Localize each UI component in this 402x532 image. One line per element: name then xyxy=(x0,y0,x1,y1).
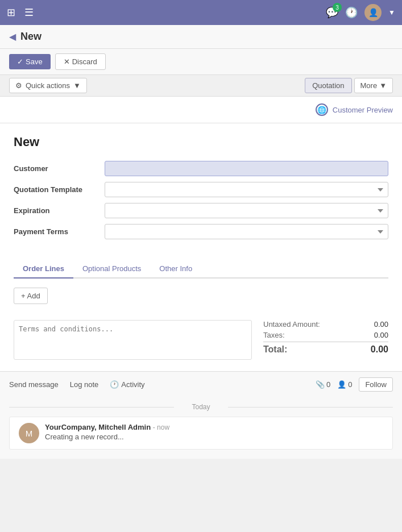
message-item: M YourCompany, Mitchell Admin - now Crea… xyxy=(9,417,393,450)
payment-terms-select[interactable] xyxy=(105,224,388,239)
expiration-label: Expiration xyxy=(14,206,105,215)
discard-x-icon: ✕ xyxy=(64,57,70,66)
actionbar: ✓ Save ✕ Discard xyxy=(0,49,402,75)
page-title: New xyxy=(20,31,42,43)
avatar-dropdown[interactable]: ▼ xyxy=(388,9,395,16)
customer-label: Customer xyxy=(14,164,105,173)
total-row: Total: 0.00 xyxy=(263,342,388,355)
clock-icon[interactable]: 🕐 xyxy=(345,6,358,19)
main-content: 🌐 Customer Preview New Customer Quotatio… xyxy=(0,97,402,371)
customer-row: Customer xyxy=(14,161,388,176)
send-message-label: Send message xyxy=(9,380,59,389)
apps-icon[interactable]: ⊞ xyxy=(7,6,15,19)
taxes-row: Taxes: 0.00 xyxy=(263,331,388,339)
notification-badge: 3 xyxy=(333,3,342,12)
topbar: ⊞ ☰ 💬 3 🕐 👤 ▼ xyxy=(0,0,402,25)
titlebar: ◀ New xyxy=(0,25,402,49)
log-note-label: Log note xyxy=(70,380,99,389)
tab-content-order-lines: + Add xyxy=(0,279,402,313)
person-icon: 👤 xyxy=(337,380,346,389)
more-label: More xyxy=(360,81,378,90)
quotation-template-label: Quotation Template xyxy=(14,185,105,194)
follow-button[interactable]: Follow xyxy=(359,377,393,392)
add-button[interactable]: + Add xyxy=(14,288,48,304)
topbar-left: ⊞ ☰ xyxy=(7,6,34,19)
tab-optional-products[interactable]: Optional Products xyxy=(73,260,150,279)
message-text: Creating a new record... xyxy=(45,433,383,441)
activity-button[interactable]: 🕐 Activity xyxy=(110,380,144,389)
payment-terms-row: Payment Terms xyxy=(14,224,388,239)
quick-actions-button[interactable]: ⚙ Quick actions ▼ xyxy=(9,78,87,93)
save-button[interactable]: ✓ Save xyxy=(9,54,51,69)
activity-label: Activity xyxy=(121,380,144,389)
chatter-bar: Send message Log note 🕐 Activity 📎 0 👤 0… xyxy=(0,371,402,397)
payment-terms-label: Payment Terms xyxy=(14,227,105,236)
timeline-today: Today xyxy=(9,397,393,417)
taxes-value: 0.00 xyxy=(360,331,388,339)
tabs-bar: Order Lines Optional Products Other Info xyxy=(14,260,388,279)
quotation-template-row: Quotation Template xyxy=(14,182,388,197)
message-body: YourCompany, Mitchell Admin - now Creati… xyxy=(45,423,383,443)
gear-icon: ⚙ xyxy=(15,81,22,90)
quick-actions-label: Quick actions xyxy=(26,81,70,90)
total-value: 0.00 xyxy=(360,344,388,355)
terms-textarea[interactable] xyxy=(14,320,252,360)
menu-icon[interactable]: ☰ xyxy=(24,6,34,19)
taxes-label: Taxes: xyxy=(263,331,285,339)
statusbar-left: ⚙ Quick actions ▼ xyxy=(9,78,87,93)
total-label: Total: xyxy=(263,344,287,355)
bottom-section: Untaxed Amount: 0.00 Taxes: 0.00 Total: … xyxy=(0,313,402,371)
form-section: New Customer Quotation Template Expirati… xyxy=(0,123,402,251)
expiration-select[interactable] xyxy=(105,203,388,218)
customer-preview-bar: 🌐 Customer Preview xyxy=(0,97,402,123)
avatar[interactable]: 👤 xyxy=(364,4,382,21)
discard-label: Discard xyxy=(72,57,97,66)
untaxed-value: 0.00 xyxy=(360,320,388,329)
chatter-right: 📎 0 👤 0 Follow xyxy=(316,377,393,392)
untaxed-label: Untaxed Amount: xyxy=(263,320,320,329)
statusbar-right: Quotation More ▼ xyxy=(305,78,393,93)
message-author: YourCompany, Mitchell Admin xyxy=(45,423,151,431)
more-arrow-icon: ▼ xyxy=(379,81,387,90)
log-note-button[interactable]: Log note xyxy=(70,380,99,389)
message-header: YourCompany, Mitchell Admin - now xyxy=(45,423,383,431)
statusbar: ⚙ Quick actions ▼ Quotation More ▼ xyxy=(0,75,402,97)
back-icon[interactable]: ◀ xyxy=(9,31,16,42)
activity-clock-icon: 🕐 xyxy=(110,380,119,389)
expiration-row: Expiration xyxy=(14,203,388,218)
quotation-status-button[interactable]: Quotation xyxy=(305,78,351,93)
customer-preview-label: Customer Preview xyxy=(333,106,393,114)
save-label: Save xyxy=(26,57,43,66)
untaxed-amount-row: Untaxed Amount: 0.00 xyxy=(263,320,388,329)
quotation-template-select[interactable] xyxy=(105,182,388,197)
paperclip-icon: 📎 xyxy=(316,380,325,389)
followers-count: 👤 0 xyxy=(337,380,352,389)
more-button[interactable]: More ▼ xyxy=(354,78,393,93)
send-message-button[interactable]: Send message xyxy=(9,380,59,389)
topbar-right: 💬 3 🕐 👤 ▼ xyxy=(326,4,395,21)
quick-actions-arrow: ▼ xyxy=(73,81,81,90)
attachments-count: 📎 0 xyxy=(316,380,330,389)
message-avatar: M xyxy=(19,423,39,443)
totals-section: Untaxed Amount: 0.00 Taxes: 0.00 Total: … xyxy=(263,320,388,360)
customer-input[interactable] xyxy=(105,161,388,176)
tab-other-info[interactable]: Other Info xyxy=(150,260,201,279)
notification-bell[interactable]: 💬 3 xyxy=(326,6,338,19)
discard-button[interactable]: ✕ Discard xyxy=(55,53,106,70)
customer-preview-button[interactable]: 🌐 Customer Preview xyxy=(316,103,393,116)
message-time: - now xyxy=(153,423,169,431)
globe-icon: 🌐 xyxy=(316,103,328,116)
tab-order-lines[interactable]: Order Lines xyxy=(14,260,73,279)
save-check-icon: ✓ xyxy=(17,57,23,66)
form-title: New xyxy=(14,135,388,149)
